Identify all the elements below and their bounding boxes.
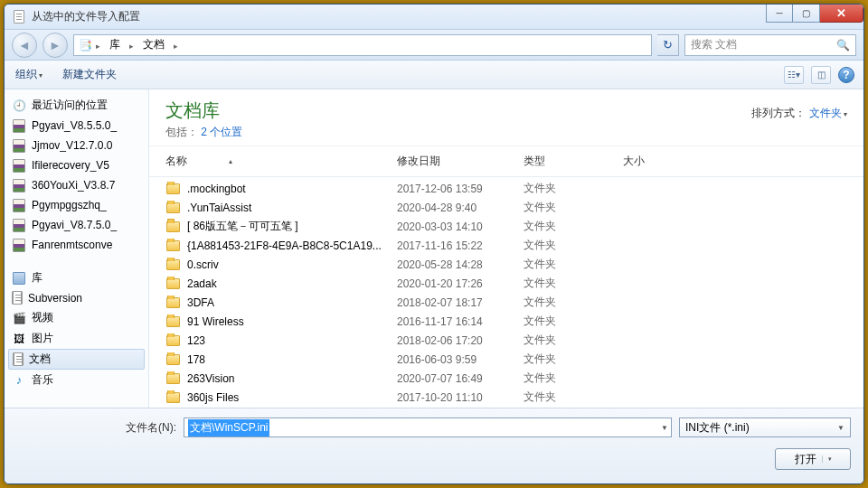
column-headers[interactable]: 名称 修改日期 类型 大小: [149, 146, 863, 177]
archive-icon: [12, 238, 26, 252]
dialog-window: 从选中的文件导入配置 ─ ▢ ✕ ◄ ► 📑 库 文档 ↻ 搜索 文档 🔍 组织…: [4, 4, 864, 484]
sidebar-item-音乐[interactable]: 音乐: [5, 370, 148, 390]
file-row[interactable]: [ 86版五笔－可可五笔 ]2020-03-03 14:10文件夹: [165, 217, 847, 236]
folder-icon: [165, 201, 180, 215]
chevron-down-icon: ▼: [837, 424, 844, 432]
sidebar: 🕘 最近访问的位置 Pgyavi_V8.5.5.0_Jjmov_V12.7.0.…: [5, 89, 149, 408]
file-row[interactable]: {1A881453-21F8-4E9A-B8C8-5C1A19...2017-1…: [165, 236, 847, 255]
breadcrumb-seg[interactable]: 库: [104, 37, 126, 52]
file-type: 文件夹: [524, 276, 623, 291]
doc-icon: [12, 291, 23, 305]
archive-icon: [12, 138, 26, 153]
file-date: 2017-10-20 11:10: [397, 391, 524, 404]
file-type: 文件夹: [524, 200, 623, 215]
forward-button[interactable]: ►: [42, 33, 68, 58]
file-name: .mockingbot: [187, 183, 246, 195]
file-date: 2016-11-17 16:14: [397, 315, 524, 328]
minimize-button[interactable]: ─: [766, 5, 793, 23]
close-button[interactable]: ✕: [820, 5, 863, 23]
sidebar-item-Subversion[interactable]: Subversion: [5, 288, 148, 307]
file-row[interactable]: 263Vision2020-07-07 16:49文件夹: [165, 369, 847, 388]
nav-row: ◄ ► 📑 库 文档 ↻ 搜索 文档 🔍: [5, 30, 863, 61]
file-row[interactable]: .YunTaiAssist2020-04-28 9:40文件夹: [165, 198, 847, 217]
app-icon: [12, 10, 26, 24]
sidebar-item-library[interactable]: 库: [5, 267, 148, 288]
folder-icon: [165, 390, 180, 405]
view-options-button[interactable]: ☷▾: [784, 66, 804, 84]
chevron-right-icon[interactable]: [172, 39, 180, 52]
chevron-right-icon[interactable]: [127, 39, 136, 52]
file-date: 2020-03-03 14:10: [397, 221, 524, 233]
file-name: 178: [187, 353, 205, 366]
search-input[interactable]: 搜索 文档 🔍: [684, 34, 856, 56]
breadcrumb-seg[interactable]: 文档: [137, 37, 170, 52]
sidebar-item-label: Pgyavi_V8.7.5.0_: [32, 219, 117, 231]
maximize-button[interactable]: ▢: [793, 5, 820, 23]
organize-menu[interactable]: 组织: [15, 67, 42, 82]
file-row[interactable]: .mockingbot2017-12-06 13:59文件夹: [165, 179, 847, 198]
chevron-right-icon[interactable]: [94, 39, 102, 52]
back-button[interactable]: ◄: [12, 33, 37, 58]
sidebar-item-label: Fanrenmtsconve: [32, 239, 112, 251]
sidebar-item-label: 图片: [32, 331, 53, 346]
new-folder-button[interactable]: 新建文件夹: [62, 67, 117, 82]
file-type: 文件夹: [524, 389, 623, 405]
sidebar-item[interactable]: Fanrenmtsconve: [5, 235, 148, 255]
folder-icon: [165, 220, 180, 234]
filename-input[interactable]: 文档\WinSCP.ini ▼: [184, 418, 672, 437]
file-date: 2017-11-16 15:22: [397, 239, 524, 252]
file-type: 文件夹: [524, 295, 623, 310]
locations-link[interactable]: 2 个位置: [201, 126, 242, 138]
sidebar-item-图片[interactable]: 图片: [5, 328, 148, 349]
window-title: 从选中的文件导入配置: [32, 9, 140, 24]
file-type-filter[interactable]: INI文件 (*.ini) ▼: [679, 418, 851, 437]
search-icon: 🔍: [836, 39, 850, 52]
sidebar-item[interactable]: Pgyavi_V8.7.5.0_: [5, 215, 148, 235]
folder-icon: [165, 333, 180, 348]
file-name: 0.scriv: [187, 258, 219, 271]
sidebar-item-文档[interactable]: 文档: [8, 349, 145, 370]
file-type: 文件夹: [524, 314, 623, 329]
titlebar[interactable]: 从选中的文件导入配置 ─ ▢ ✕: [5, 5, 863, 30]
file-type: 文件夹: [524, 333, 623, 348]
open-button[interactable]: 打开: [775, 448, 851, 470]
sort-by-menu[interactable]: 文件夹: [809, 107, 847, 119]
sidebar-item-label: 库: [32, 270, 42, 286]
sidebar-item[interactable]: Pgympggszhq_: [5, 195, 148, 215]
toolbar: 组织 新建文件夹 ☷▾ ◫ ?: [5, 61, 863, 89]
file-type: 文件夹: [524, 238, 623, 253]
file-name: 123: [187, 334, 205, 347]
sidebar-item[interactable]: Pgyavi_V8.5.5.0_: [5, 116, 148, 136]
refresh-button[interactable]: ↻: [657, 34, 679, 56]
preview-pane-button[interactable]: ◫: [811, 66, 831, 84]
file-type: 文件夹: [524, 352, 623, 367]
breadcrumb[interactable]: 📑 库 文档: [73, 34, 652, 56]
filename-value: 文档\WinSCP.ini: [188, 419, 269, 436]
file-row[interactable]: 91 Wireless2016-11-17 16:14文件夹: [165, 312, 847, 331]
col-name[interactable]: 名称: [165, 150, 397, 173]
sidebar-item[interactable]: Jjmov_V12.7.0.0: [5, 136, 148, 155]
file-list[interactable]: .mockingbot2017-12-06 13:59文件夹.YunTaiAss…: [149, 177, 863, 408]
col-type[interactable]: 类型: [524, 150, 623, 173]
file-row[interactable]: 999CJ2018-11-23 14:32文件夹: [165, 407, 847, 408]
filter-value: INI文件 (*.ini): [685, 420, 750, 436]
sidebar-item-recent[interactable]: 🕘 最近访问的位置: [5, 95, 148, 116]
file-name: 360js Files: [187, 391, 239, 404]
file-row[interactable]: 2adak2020-01-20 17:26文件夹: [165, 274, 847, 293]
file-row[interactable]: 360js Files2017-10-20 11:10文件夹: [165, 388, 847, 407]
col-size[interactable]: 大小: [623, 150, 695, 173]
file-row[interactable]: 0.scriv2020-05-28 14:28文件夹: [165, 255, 847, 274]
folder-icon: [165, 258, 180, 272]
sidebar-item-label: 音乐: [32, 372, 53, 388]
sidebar-item[interactable]: 360YouXi_V3.8.7: [5, 175, 148, 195]
sidebar-item-视频[interactable]: 视频: [5, 307, 148, 328]
file-row[interactable]: 1232018-02-06 17:20文件夹: [165, 331, 847, 350]
col-date[interactable]: 修改日期: [397, 150, 524, 173]
file-row[interactable]: 1782016-06-03 9:59文件夹: [165, 350, 847, 369]
file-row[interactable]: 3DFA2018-02-07 18:17文件夹: [165, 293, 847, 312]
file-date: 2018-02-07 18:17: [397, 296, 524, 309]
chevron-down-icon[interactable]: ▼: [661, 424, 668, 432]
content-pane: 文档库 包括： 2 个位置 排列方式： 文件夹 名称 修改日期 类型 大小 .m…: [149, 89, 863, 408]
help-button[interactable]: ?: [838, 67, 854, 83]
sidebar-item[interactable]: Ifilerecovery_V5: [5, 155, 148, 175]
